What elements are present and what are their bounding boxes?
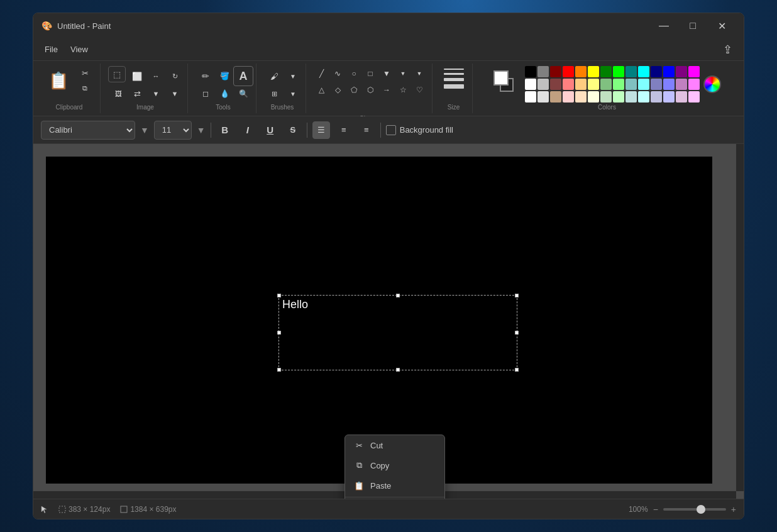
text-selection-box[interactable]	[278, 295, 517, 370]
image-menu-button[interactable]: ▼	[146, 84, 166, 104]
ctx-paste[interactable]: 📋 Paste	[345, 475, 444, 496]
rect-shape[interactable]: □	[363, 66, 378, 81]
curve-shape[interactable]: ∿	[330, 66, 345, 81]
color-swatch-33[interactable]	[588, 91, 599, 103]
align-right-button[interactable]: ≡	[358, 121, 375, 139]
line-shape[interactable]: ╱	[314, 66, 329, 81]
color-swatch-26[interactable]	[676, 79, 687, 90]
hex-shape[interactable]: ⬡	[363, 82, 378, 97]
color-swatch-25[interactable]	[663, 79, 675, 90]
minimize-button[interactable]: —	[649, 16, 678, 36]
background-fill-label[interactable]: Background fill	[386, 125, 453, 135]
color-swatch-28[interactable]	[525, 91, 536, 103]
color-swatch-34[interactable]	[600, 91, 612, 103]
share-button[interactable]: ⇪	[716, 38, 739, 61]
image-adjust-button[interactable]: 🖼	[108, 84, 128, 104]
color-swatch-37[interactable]	[638, 91, 649, 103]
zoom-slider[interactable]	[663, 508, 726, 511]
diamond-shape[interactable]: ◇	[330, 82, 345, 97]
color-swatch-14[interactable]	[525, 79, 536, 90]
color-swatch-20[interactable]	[600, 79, 612, 90]
color-swatch-21[interactable]	[613, 79, 624, 90]
zoom-button[interactable]: 🔍	[233, 84, 253, 104]
italic-button[interactable]: I	[239, 121, 256, 139]
handle-top-left[interactable]	[277, 294, 281, 297]
eraser-button[interactable]: ◻	[196, 84, 216, 104]
handle-bot-center[interactable]	[396, 368, 400, 372]
color-swatch-23[interactable]	[638, 79, 649, 90]
more-shapes[interactable]: ▼	[379, 66, 394, 81]
color-swatch-36[interactable]	[625, 91, 637, 103]
close-button[interactable]: ✕	[707, 16, 736, 36]
color-swatch-12[interactable]	[676, 66, 687, 77]
file-menu[interactable]: File	[38, 42, 64, 57]
color-swatch-32[interactable]	[575, 91, 587, 103]
color-swatch-4[interactable]	[575, 66, 587, 77]
fill-shape-button[interactable]: ▼	[412, 66, 427, 81]
color-swatch-18[interactable]	[575, 79, 587, 90]
color-swatch-16[interactable]	[550, 79, 561, 90]
color-swatch-3[interactable]	[563, 66, 574, 77]
color-swatch-35[interactable]	[613, 91, 624, 103]
color-swatch-2[interactable]	[550, 66, 561, 77]
view-menu[interactable]: View	[64, 42, 94, 57]
strikethrough-button[interactable]: S	[284, 121, 302, 139]
stamp-dropdown[interactable]: ▼	[283, 84, 303, 104]
color-swatch-41[interactable]	[688, 91, 700, 103]
triangle-shape[interactable]: △	[314, 82, 329, 97]
color-swatch-0[interactable]	[525, 66, 536, 77]
stamp-button[interactable]: ⊞	[264, 84, 284, 104]
zoom-out-button[interactable]: −	[653, 504, 658, 514]
color-swatch-19[interactable]	[588, 79, 599, 90]
color-swatch-9[interactable]	[638, 66, 649, 77]
pentagon-shape[interactable]: ⬠	[346, 82, 361, 97]
color-swatch-22[interactable]	[625, 79, 637, 90]
color-swatch-5[interactable]	[588, 66, 599, 77]
color-swatch-31[interactable]	[563, 91, 574, 103]
ctx-cut[interactable]: ✂ Cut	[345, 435, 444, 455]
flip-button[interactable]: ⇄	[127, 84, 147, 104]
handle-bot-left[interactable]	[277, 368, 281, 372]
color-swatch-6[interactable]	[600, 66, 612, 77]
select-tool-button[interactable]: ⬚	[108, 66, 126, 82]
zoom-in-button[interactable]: +	[731, 504, 736, 514]
handle-top-right[interactable]	[515, 294, 519, 297]
size-3[interactable]	[444, 78, 464, 81]
color-swatch-7[interactable]	[613, 66, 624, 77]
color-swatch-27[interactable]	[688, 79, 700, 90]
color-swatch-15[interactable]	[537, 79, 549, 90]
handle-bot-right[interactable]	[515, 368, 519, 372]
arrange-button[interactable]: ▼	[165, 84, 185, 104]
heart-shape[interactable]: ♡	[412, 82, 427, 97]
size-1[interactable]	[444, 69, 464, 70]
background-fill-checkbox[interactable]	[386, 125, 396, 135]
color-picker-button[interactable]	[703, 75, 721, 93]
color-swatch-30[interactable]	[550, 91, 561, 103]
color-swatch-8[interactable]	[625, 66, 637, 77]
vertical-scrollbar[interactable]	[736, 144, 744, 491]
copy-button[interactable]: ⧉	[76, 81, 94, 95]
handle-mid-right[interactable]	[515, 331, 519, 335]
font-selector[interactable]: Calibri	[41, 121, 135, 140]
outline-button[interactable]: ▼	[395, 66, 411, 81]
ctx-copy[interactable]: ⧉ Copy	[345, 455, 444, 475]
handle-mid-left[interactable]	[277, 331, 281, 335]
cut-button[interactable]: ✂	[76, 66, 94, 80]
size-4[interactable]	[444, 84, 464, 89]
color-swatch-11[interactable]	[663, 66, 675, 77]
bold-button[interactable]: B	[216, 121, 234, 139]
paste-button[interactable]: 📋	[45, 66, 72, 95]
underline-button[interactable]: U	[262, 121, 279, 139]
align-center-button[interactable]: ≡	[335, 121, 353, 139]
maximize-button[interactable]: □	[678, 16, 707, 36]
color-swatch-17[interactable]	[563, 79, 574, 90]
color-swatch-10[interactable]	[651, 66, 662, 77]
star-shape[interactable]: ☆	[395, 82, 411, 97]
align-left-button[interactable]: ☰	[312, 121, 330, 139]
dropper-button[interactable]: 💧	[214, 84, 234, 104]
color-swatch-1[interactable]	[537, 66, 549, 77]
color-swatch-13[interactable]	[688, 66, 700, 77]
arrow-shape[interactable]: →	[379, 82, 394, 97]
canvas-area[interactable]: Hello ✂ Cut ⧉ Copy 📋 Paste Select all	[33, 144, 744, 499]
color-swatch-39[interactable]	[663, 91, 675, 103]
